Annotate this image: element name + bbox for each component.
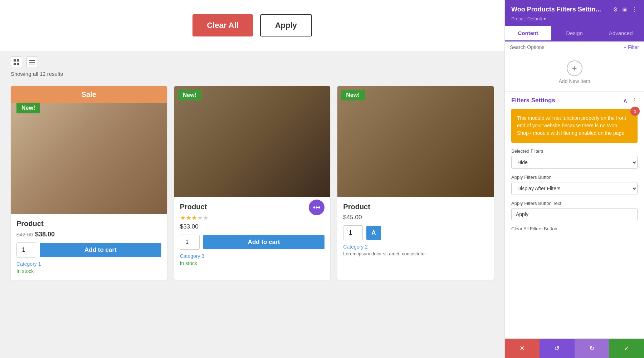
filter-bar: Clear All Apply xyxy=(0,0,504,51)
search-filter-bar: + Filter xyxy=(505,41,644,53)
qty-cart-row-1: Add to cart xyxy=(16,242,161,258)
panel-title: Woo Products Filters Settin... xyxy=(511,6,601,13)
qty-cart-row-2: Add to cart xyxy=(180,235,325,250)
warning-text: This module will not function properly o… xyxy=(517,114,632,137)
tab-content[interactable]: Content xyxy=(505,26,551,41)
product-grid: Sale New! Product $42.00 $38.00 Add to c… xyxy=(0,83,504,283)
product-image-1 xyxy=(11,103,167,214)
svg-rect-6 xyxy=(29,64,35,64)
product-card-1: Sale New! Product $42.00 $38.00 Add to c… xyxy=(11,86,167,280)
qty-input-3[interactable] xyxy=(343,225,363,240)
tab-design[interactable]: Design xyxy=(551,26,598,41)
product-category-1[interactable]: Category 1 xyxy=(16,261,161,267)
product-image-2 xyxy=(174,86,331,197)
product-image-3 xyxy=(337,86,494,197)
main-content: Clear All Apply Showing all 12 results S… xyxy=(0,0,504,358)
collapse-icon[interactable]: ∧ xyxy=(623,97,628,104)
add-new-item-area: + Add New Item xyxy=(505,53,644,92)
filters-settings-header: Filters Settings ∧ ⋮ xyxy=(511,97,638,104)
product-info-3: Product $45.00 A Category 2 Lorem ipsum … xyxy=(337,197,494,262)
add-to-cart-2[interactable]: Add to cart xyxy=(203,235,325,249)
product-toolbar xyxy=(0,51,504,71)
bottom-close-button[interactable]: ✕ xyxy=(505,339,540,358)
product-price-old-1: $42.00 xyxy=(16,231,33,237)
product-stars-2: ★★★★★ xyxy=(180,214,325,222)
product-price-2: $33.00 xyxy=(180,223,325,230)
warning-container: This module will not function properly o… xyxy=(511,109,638,143)
qty-input-1[interactable] xyxy=(16,242,36,258)
sale-badge: Sale xyxy=(11,86,167,103)
clear-all-button[interactable]: Clear All xyxy=(192,14,253,36)
showing-results-text: Showing all 12 results xyxy=(0,71,504,83)
panel-bottom-bar: ✕ ↺ ↻ ✓ xyxy=(505,338,644,358)
product-title-3: Product xyxy=(343,203,488,211)
list-view-icon[interactable] xyxy=(26,57,38,68)
add-new-item-button[interactable]: + xyxy=(567,60,582,76)
product-info-2: Product ★★★★★ $33.00 Add to cart Categor… xyxy=(174,197,331,272)
new-badge-1: New! xyxy=(16,103,40,113)
qty-input-2[interactable] xyxy=(180,235,200,250)
apply-button[interactable]: Apply xyxy=(260,14,312,36)
product-category-3[interactable]: Category 2 xyxy=(343,244,488,250)
filters-settings-section: Filters Settings ∧ ⋮ This module will no… xyxy=(505,92,644,242)
apply-filters-button-text-label: Apply Filters Button Text xyxy=(511,201,638,206)
new-badge-3: New! xyxy=(341,90,365,100)
product-card-3: New! Product $45.00 A Category 2 Lorem i… xyxy=(337,86,494,280)
preset-row[interactable]: Preset: Default ▾ xyxy=(511,16,638,26)
warning-box: This module will not function properly o… xyxy=(511,109,638,143)
product-stock-2: In stock xyxy=(180,260,325,266)
filters-settings-icons: ∧ ⋮ xyxy=(623,97,638,104)
svg-rect-4 xyxy=(29,60,35,61)
product-price-3: $45.00 xyxy=(343,214,488,221)
add-to-cart-3[interactable]: A xyxy=(366,226,381,240)
panel-header-icons: ⚙ ▣ ⋮ xyxy=(613,6,638,13)
product-category-2[interactable]: Category 3 xyxy=(180,253,325,259)
add-new-item-label: Add New Item xyxy=(559,78,590,84)
product-price-new-1: $38.00 xyxy=(35,231,55,238)
bottom-undo-button[interactable]: ↺ xyxy=(540,339,574,358)
panel-title-row: Woo Products Filters Settin... ⚙ ▣ ⋮ xyxy=(511,6,638,16)
product-title-2: Product xyxy=(180,203,325,211)
clear-all-filters-button-label: Clear All Filters Button xyxy=(511,226,638,231)
right-panel: Woo Products Filters Settin... ⚙ ▣ ⋮ Pre… xyxy=(504,0,644,358)
search-options-input[interactable] xyxy=(510,44,621,50)
product-stock-3: Lorem ipsum dolor sit amet, consectetur xyxy=(343,251,488,256)
selected-filters-group: Selected Filters Hide Show xyxy=(511,148,638,169)
svg-rect-3 xyxy=(17,63,19,65)
svg-rect-2 xyxy=(14,63,16,65)
settings-icon[interactable]: ⚙ xyxy=(613,6,618,13)
selected-filters-select[interactable]: Hide Show xyxy=(511,156,638,169)
qty-cart-row-3: A xyxy=(343,225,488,240)
svg-rect-5 xyxy=(29,62,35,63)
new-badge-2: New! xyxy=(178,90,201,100)
apply-filters-button-label: Apply Filters Button xyxy=(511,175,638,180)
bottom-redo-button[interactable]: ↻ xyxy=(575,339,609,358)
apply-filters-button-text-input[interactable] xyxy=(511,208,638,220)
clear-all-filters-button-group: Clear All Filters Button xyxy=(511,226,638,231)
apply-filters-button-group: Apply Filters Button Display After Filte… xyxy=(511,175,638,195)
product-stock-1: In stock xyxy=(16,268,161,274)
apply-filters-button-select[interactable]: Display After Filters Always Show Never … xyxy=(511,182,638,195)
panel-header: Woo Products Filters Settin... ⚙ ▣ ⋮ Pre… xyxy=(505,0,644,26)
add-filter-button[interactable]: + Filter xyxy=(624,44,639,50)
panel-tabs: Content Design Advanced xyxy=(505,26,644,41)
bottom-confirm-button[interactable]: ✓ xyxy=(609,339,644,358)
panel-body: + Filter + Add New Item Filters Settings… xyxy=(505,41,644,338)
product-info-1: Product $42.00 $38.00 Add to cart Catego… xyxy=(11,214,167,280)
expand-icon[interactable]: ▣ xyxy=(622,6,628,13)
svg-rect-1 xyxy=(17,59,19,62)
warning-badge: 1 xyxy=(630,107,640,116)
svg-rect-0 xyxy=(14,59,16,62)
grid-view-icon[interactable] xyxy=(11,57,22,68)
product-card-2: New! Product ★★★★★ $33.00 Add to cart Ca… xyxy=(174,86,331,280)
section-more-icon[interactable]: ⋮ xyxy=(631,97,638,104)
add-to-cart-1[interactable]: Add to cart xyxy=(40,243,161,257)
selected-filters-label: Selected Filters xyxy=(511,148,638,154)
product-title-1: Product xyxy=(16,220,161,228)
preset-label: Preset: Default xyxy=(511,16,542,21)
more-options-icon[interactable]: ⋮ xyxy=(632,6,638,13)
filters-settings-title: Filters Settings xyxy=(511,97,555,104)
tab-advanced[interactable]: Advanced xyxy=(597,26,644,41)
apply-filters-button-text-group: Apply Filters Button Text xyxy=(511,201,638,220)
